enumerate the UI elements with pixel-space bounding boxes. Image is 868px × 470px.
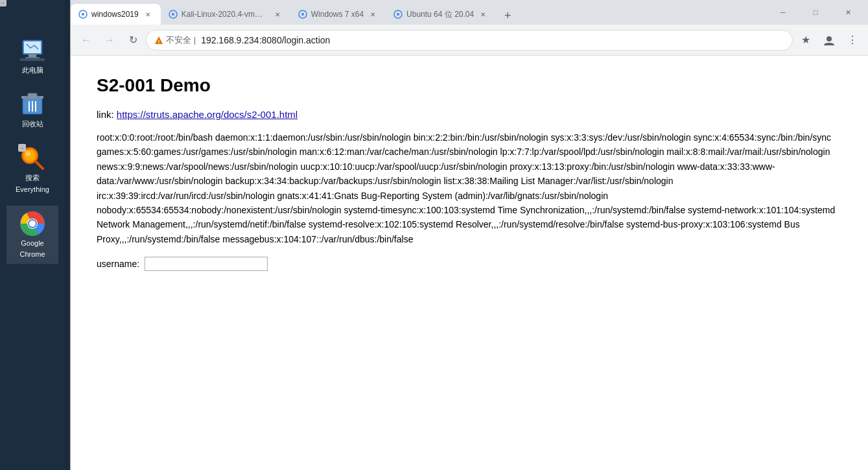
close-button[interactable]: ✕ [833,2,863,23]
recyclebin-label: 回收站 [22,120,43,128]
title-bar: windows2019 ✕ Kali-Linux-2020.4-vmware-a… [71,0,868,25]
tab-favicon-windows7 [298,10,307,19]
svg-rect-4 [20,58,45,61]
search-line2: Everything [16,185,49,194]
tab-bar: windows2019 ✕ Kali-Linux-2020.4-vmware-a… [71,0,768,25]
chrome-window: windows2019 ✕ Kali-Linux-2020.4-vmware-a… [70,0,868,470]
link-prefix: link: [97,109,117,120]
profile-button[interactable] [819,30,839,51]
tab-kali[interactable]: Kali-Linux-2020.4-vmware-amd64 ✕ [161,4,290,25]
svg-point-24 [172,13,174,16]
svg-rect-5 [24,41,41,53]
tab-windows2019[interactable]: windows2019 ✕ [71,4,161,25]
url-bar[interactable]: ! 不安全 | 192.168.9.234:8080/login.action [146,30,793,51]
page-link-line: link: https://struts.apache.org/docs/s2-… [97,109,842,120]
tab-close-kali[interactable]: ✕ [272,9,283,19]
svg-point-22 [82,13,84,16]
mycomputer-label: 此电脑 [22,66,43,75]
svg-point-28 [397,13,399,16]
desktop-icon-recyclebin[interactable]: 回收站 [6,86,58,134]
minimize-button[interactable]: ─ [768,2,798,23]
security-warning-icon: ! 不安全 | [154,34,196,46]
address-actions: ★ ⋮ [795,30,863,51]
address-bar: ← → ↻ ! 不安全 | 192.168.9.234:8080/login.a… [71,25,868,56]
tab-close-windows2019[interactable]: ✕ [143,9,153,19]
chrome-line2: Chrome [19,250,45,259]
url-text: 192.168.9.234:8080/login.action [201,35,784,45]
maximize-button[interactable]: □ [801,2,830,23]
page-content: S2-001 Demo link: https://struts.apache.… [71,56,868,470]
svg-line-14 [36,161,43,169]
tab-favicon-kali [169,10,178,19]
desktop-icon-mycomputer[interactable]: 此电脑 [6,32,58,80]
tab-close-ubuntu[interactable]: ✕ [478,9,488,19]
page-title: S2-001 Demo [97,75,842,96]
more-button[interactable]: ⋮ [842,30,863,51]
struts-link[interactable]: https://struts.apache.org/docs/s2-001.ht… [117,109,298,120]
tab-title-windows7: Windows 7 x64 [311,10,364,19]
svg-point-13 [24,150,36,161]
bookmark-button[interactable]: ★ [795,30,816,51]
new-tab-button[interactable]: + [499,6,517,25]
forward-button[interactable]: → [99,30,120,51]
computer-icon [19,38,45,64]
username-label: username: [97,259,139,269]
tab-ubuntu[interactable]: Ubuntu 64 位 20.04 ✕ [386,4,496,25]
svg-point-26 [301,13,304,16]
svg-point-30 [827,36,832,41]
desktop-sidebar: 此电脑 回收站 → [0,0,65,470]
tab-windows7[interactable]: Windows 7 x64 ✕ [290,4,386,25]
svg-text:!: ! [158,39,160,45]
chrome-badge: → [0,0,6,6]
back-button[interactable]: ← [76,30,97,51]
tab-close-windows7[interactable]: ✕ [368,9,378,19]
tab-title-kali: Kali-Linux-2020.4-vmware-amd64 [182,10,268,19]
username-input[interactable] [145,257,268,271]
svg-point-15 [25,151,30,156]
username-line: username: [97,257,842,271]
tab-favicon-windows2019 [78,10,88,19]
trash-icon [19,91,45,117]
tab-title-windows2019: windows2019 [91,10,139,19]
search-line1: 搜索 [25,174,40,182]
desktop-icon-search[interactable]: → 搜索 Everything [6,140,58,198]
svg-rect-8 [21,96,43,99]
chrome-line1: Google [21,239,43,248]
page-body-text: root:x:0:0:root:/root:/bin/bash daemon:x… [97,130,842,246]
svg-rect-2 [29,54,36,57]
search-badge: → [18,144,26,152]
search-icon: → [19,145,45,171]
security-text: 不安全 [166,34,191,46]
chrome-icon: → [19,211,45,237]
svg-point-20 [29,220,36,227]
reload-button[interactable]: ↻ [123,30,143,51]
window-controls: ─ □ ✕ [768,2,868,23]
tab-favicon-ubuntu [393,10,403,19]
tab-title-ubuntu: Ubuntu 64 位 20.04 [406,9,474,20]
desktop-icon-chrome[interactable]: → Google Chrome [6,206,58,264]
